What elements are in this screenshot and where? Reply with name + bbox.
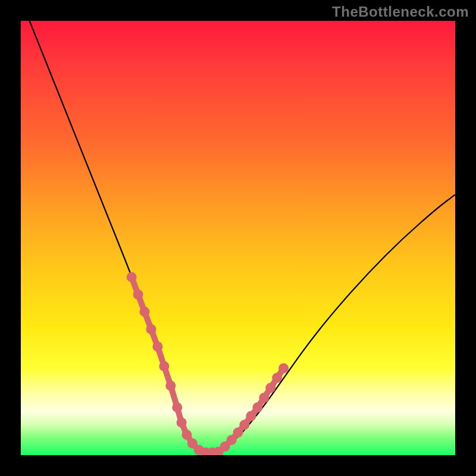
highlight-dot	[265, 383, 275, 393]
highlight-dot	[165, 381, 176, 391]
chart-svg	[21, 21, 455, 455]
highlight-dot	[252, 402, 262, 412]
highlight-dot	[246, 411, 256, 421]
plot-area	[21, 21, 455, 455]
highlight-dot	[278, 364, 289, 374]
chart-frame: TheBottleneck.com	[0, 0, 476, 476]
watermark-text: TheBottleneck.com	[332, 4, 469, 20]
highlight-dot	[146, 324, 156, 334]
highlight-dot	[239, 419, 249, 430]
highlight-dot	[140, 307, 150, 317]
highlight-dot	[172, 402, 182, 412]
highlight-layer	[127, 272, 289, 455]
highlight-dot	[181, 430, 192, 440]
highlight-dot	[127, 272, 137, 282]
highlight-dot	[233, 428, 243, 438]
highlight-dot	[177, 418, 187, 428]
highlight-dot	[152, 342, 162, 352]
highlight-dot	[259, 393, 269, 403]
highlight-dot	[133, 289, 143, 299]
highlight-dot	[272, 373, 282, 383]
bottleneck-curve-path	[30, 21, 455, 452]
curve-layer	[30, 21, 455, 452]
highlight-dot	[159, 361, 169, 371]
